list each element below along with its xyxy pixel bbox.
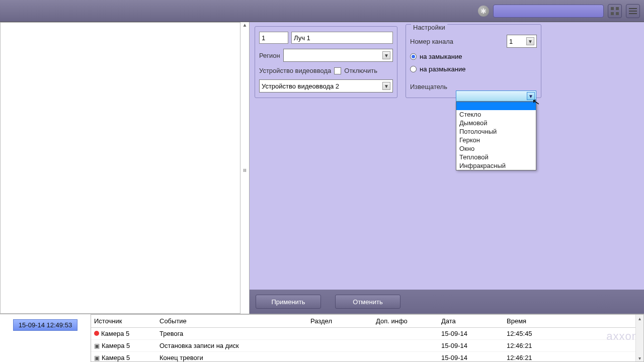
scroll-up-icon[interactable]: ▴ bbox=[636, 315, 643, 322]
main-area: ▲ ≡ Регион ▼ Устройство видеоввода bbox=[0, 22, 644, 314]
chevron-down-icon: ▼ bbox=[526, 37, 534, 45]
log-row[interactable]: ▣Камера 5Конец тревоги15-09-1412:46:21 bbox=[91, 352, 643, 362]
detector-dropdown[interactable]: Стекло Дымовой Потолочный Геркон Окно Те… bbox=[456, 102, 536, 170]
camera-icon: ▣ bbox=[94, 354, 100, 361]
grid-icon bbox=[611, 7, 619, 15]
object-id-panel: Регион ▼ Устройство видеоввода Отключить… bbox=[255, 26, 397, 98]
channel-label: Номер канала bbox=[410, 38, 453, 45]
grid-view-button[interactable] bbox=[608, 4, 622, 18]
log-row[interactable]: Камера 5Тревога15-09-1412:45:45 bbox=[91, 328, 643, 340]
device-label: Устройство видеоввода bbox=[259, 67, 331, 74]
opening-radio[interactable]: на размыкание bbox=[410, 65, 465, 73]
splitter-grip-icon[interactable]: ≡ bbox=[241, 168, 249, 171]
closing-radio[interactable]: на замыкание bbox=[410, 53, 462, 60]
col-time[interactable]: Время bbox=[504, 317, 564, 325]
channel-value: 1 bbox=[509, 38, 513, 45]
scroll-up-icon[interactable]: ▲ bbox=[243, 22, 248, 28]
region-label: Регион bbox=[259, 52, 280, 59]
apply-button[interactable]: Применить bbox=[256, 295, 321, 309]
col-event[interactable]: Событие bbox=[156, 317, 307, 325]
col-info[interactable]: Доп. инфо bbox=[373, 317, 438, 325]
opening-radio-label: на размыкание bbox=[420, 65, 465, 73]
tree-panel[interactable] bbox=[0, 22, 240, 314]
scroll-down-icon[interactable]: ▾ bbox=[636, 354, 643, 361]
detector-option[interactable]: Окно bbox=[456, 144, 536, 153]
chevron-down-icon: ▼ bbox=[527, 92, 535, 100]
cancel-button[interactable]: Отменить bbox=[335, 295, 400, 309]
clock-text: 15-09-14 12:49:53 bbox=[13, 319, 77, 331]
form-area: Регион ▼ Устройство видеоввода Отключить… bbox=[250, 22, 644, 290]
burger-icon bbox=[629, 11, 637, 12]
detector-option[interactable]: Инфракрасный bbox=[456, 161, 536, 170]
detector-option[interactable]: Тепловой bbox=[456, 153, 536, 161]
top-toolbar: ✱ bbox=[0, 0, 644, 22]
detector-label: Извещатель bbox=[410, 83, 447, 90]
chevron-down-icon: ▼ bbox=[382, 82, 390, 90]
device-value: Устройство видеоввода 2 bbox=[262, 82, 339, 90]
button-bar: Применить Отменить bbox=[250, 290, 644, 314]
closing-radio-label: на замыкание bbox=[420, 53, 462, 60]
detector-option[interactable]: Геркон bbox=[456, 136, 536, 144]
detector-select[interactable]: ▼ bbox=[456, 90, 536, 102]
bottom-panel: 15-09-14 12:49:53 Источник Событие Разде… bbox=[0, 314, 644, 362]
name-field[interactable] bbox=[291, 32, 393, 44]
splitter[interactable]: ▲ ≡ bbox=[240, 22, 250, 314]
detector-option[interactable]: Стекло bbox=[456, 110, 536, 119]
radio-unchecked-icon bbox=[410, 66, 417, 72]
menu-button[interactable] bbox=[626, 4, 640, 18]
radio-checked-icon bbox=[410, 53, 417, 60]
log-header: Источник Событие Раздел Доп. инфо Дата В… bbox=[91, 315, 643, 328]
detector-option[interactable] bbox=[456, 102, 536, 110]
col-date[interactable]: Дата bbox=[438, 317, 504, 325]
camera-icon: ▣ bbox=[94, 342, 100, 349]
detector-option[interactable]: Потолочный bbox=[456, 127, 536, 136]
col-section[interactable]: Раздел bbox=[307, 317, 373, 325]
log-row[interactable]: ▣Камера 5Остановка записи на диск15-09-1… bbox=[91, 340, 643, 352]
settings-panel: Настройки Номер канала 1 ▼ на замыкание bbox=[406, 24, 541, 98]
settings-legend: Настройки bbox=[411, 24, 447, 31]
gear-icon[interactable]: ✱ bbox=[478, 6, 489, 17]
device-select[interactable]: Устройство видеоввода 2 ▼ bbox=[259, 79, 393, 93]
record-icon bbox=[94, 331, 99, 336]
watermark: axxon bbox=[606, 330, 638, 343]
detector-option[interactable]: Дымовой bbox=[456, 119, 536, 127]
disable-checkbox[interactable] bbox=[334, 67, 341, 74]
event-log[interactable]: Источник Событие Раздел Доп. инфо Дата В… bbox=[91, 314, 644, 362]
scrollbar[interactable]: ▴ ▾ bbox=[635, 315, 643, 361]
clock: 15-09-14 12:49:53 bbox=[0, 314, 91, 362]
id-field[interactable] bbox=[259, 32, 288, 44]
channel-select[interactable]: 1 ▼ bbox=[507, 35, 537, 48]
search-input[interactable] bbox=[493, 5, 604, 18]
region-select[interactable]: ▼ bbox=[283, 49, 393, 62]
chevron-down-icon: ▼ bbox=[382, 51, 390, 59]
properties-panel: Регион ▼ Устройство видеоввода Отключить… bbox=[250, 22, 644, 314]
col-source[interactable]: Источник bbox=[91, 317, 156, 325]
disable-label: Отключить bbox=[344, 67, 377, 74]
